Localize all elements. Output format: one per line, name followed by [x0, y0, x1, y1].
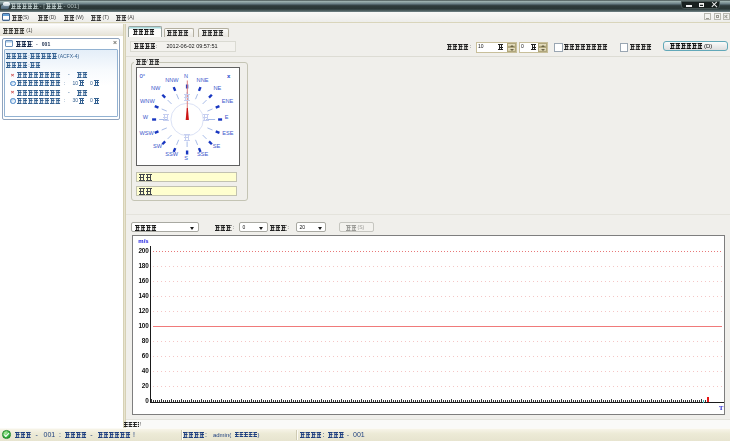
svg-text:NW: NW	[151, 85, 161, 91]
svg-text:WSW: WSW	[140, 129, 155, 135]
svg-text:ENE: ENE	[222, 97, 234, 103]
svg-text:ESE: ESE	[222, 129, 233, 135]
svg-text:x: x	[227, 73, 231, 79]
svg-text:NE: NE	[214, 85, 222, 91]
svg-text:0°: 0°	[140, 73, 146, 79]
svg-text:E: E	[225, 114, 229, 120]
svg-text:W: W	[143, 114, 149, 120]
svg-text:SW: SW	[153, 142, 163, 148]
svg-text:WNW: WNW	[140, 97, 155, 103]
svg-text:S: S	[184, 155, 188, 161]
svg-text:N: N	[184, 73, 188, 79]
svg-text:NNW: NNW	[165, 76, 179, 82]
svg-text:SE: SE	[213, 142, 221, 148]
svg-text:SSE: SSE	[197, 150, 208, 156]
svg-text:NNE: NNE	[197, 76, 209, 82]
svg-text:SSW: SSW	[165, 150, 178, 156]
